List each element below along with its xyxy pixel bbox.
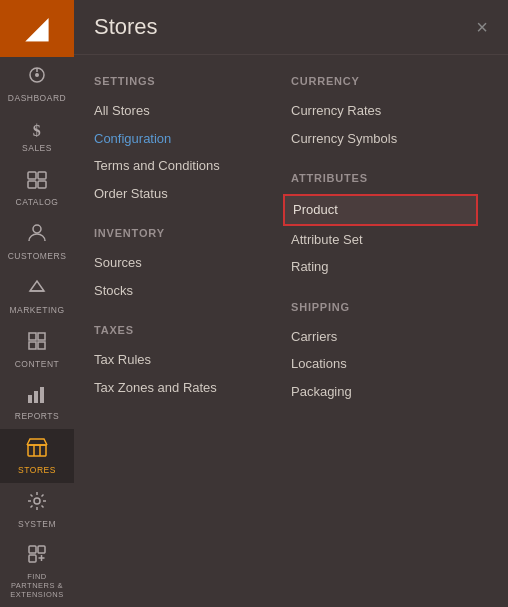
svg-rect-3 <box>28 172 36 179</box>
tax-rules-link[interactable]: Tax Rules <box>94 346 281 374</box>
currency-section: Currency Currency Rates Currency Symbols <box>291 75 478 152</box>
currency-section-title: Currency <box>291 75 478 87</box>
svg-point-21 <box>34 498 40 504</box>
sidebar-logo[interactable]: ◢ <box>0 0 74 57</box>
svg-rect-11 <box>38 333 45 340</box>
svg-rect-6 <box>38 181 46 188</box>
sidebar-item-marketing[interactable]: MARKETING <box>0 269 74 323</box>
sidebar-item-label-dashboard: DASHBOARD <box>8 93 66 103</box>
sidebar-item-label-system: SYSTEM <box>18 519 56 529</box>
svg-rect-22 <box>29 546 36 553</box>
taxes-section-title: Taxes <box>94 324 281 336</box>
svg-point-7 <box>33 225 41 233</box>
marketing-icon <box>27 277 47 302</box>
product-link[interactable]: Product <box>283 194 478 226</box>
sources-link[interactable]: Sources <box>94 249 281 277</box>
inventory-section-title: Inventory <box>94 227 281 239</box>
currency-rates-link[interactable]: Currency Rates <box>291 97 478 125</box>
attributes-section-title: Attributes <box>291 172 478 184</box>
panel-title: Stores <box>94 14 158 40</box>
tax-zones-link[interactable]: Tax Zones and Rates <box>94 374 281 402</box>
sidebar-item-label-customers: CUSTOMERS <box>8 251 67 261</box>
sidebar-item-system[interactable]: SYSTEM <box>0 483 74 537</box>
svg-rect-15 <box>34 391 38 403</box>
reports-icon <box>27 385 47 408</box>
sidebar-item-sales[interactable]: $ SALES <box>0 111 74 163</box>
svg-marker-8 <box>30 281 44 291</box>
all-stores-link[interactable]: All Stores <box>94 97 281 125</box>
settings-section-title: Settings <box>94 75 281 87</box>
settings-section: Settings All Stores Configuration Terms … <box>94 75 281 207</box>
sidebar-item-catalog[interactable]: CATALOG <box>0 163 74 215</box>
sidebar-item-find-partners[interactable]: FIND PARTNERS & EXTENSIONS <box>0 537 74 607</box>
sidebar-item-content[interactable]: CONTENT <box>0 323 74 377</box>
sidebar-item-label-sales: SALES <box>22 143 52 153</box>
attribute-set-link[interactable]: Attribute Set <box>291 226 478 254</box>
left-column: Settings All Stores Configuration Terms … <box>94 71 291 591</box>
stores-panel: Stores × Settings All Stores Configurati… <box>74 0 508 607</box>
sidebar: ◢ DASHBOARD $ SALES CATALOG <box>0 0 74 607</box>
catalog-icon <box>27 171 47 194</box>
sidebar-item-label-marketing: MARKETING <box>9 305 64 315</box>
taxes-section: Taxes Tax Rules Tax Zones and Rates <box>94 324 281 401</box>
right-column: Currency Currency Rates Currency Symbols… <box>291 71 488 591</box>
system-icon <box>27 491 47 516</box>
sidebar-item-customers[interactable]: CUSTOMERS <box>0 215 74 269</box>
locations-link[interactable]: Locations <box>291 350 478 378</box>
carriers-link[interactable]: Carriers <box>291 323 478 351</box>
rating-link[interactable]: Rating <box>291 253 478 281</box>
svg-rect-13 <box>38 342 45 349</box>
currency-symbols-link[interactable]: Currency Symbols <box>291 125 478 153</box>
svg-rect-16 <box>40 387 44 403</box>
customers-icon <box>27 223 47 248</box>
sidebar-item-label-stores: STORES <box>18 465 56 475</box>
sidebar-item-label-find-partners: FIND PARTNERS & EXTENSIONS <box>4 572 70 599</box>
svg-rect-10 <box>29 333 36 340</box>
sidebar-item-reports[interactable]: REPORTS <box>0 377 74 429</box>
svg-point-1 <box>35 73 39 77</box>
find-partners-icon <box>27 544 47 569</box>
sidebar-item-label-content: CONTENT <box>15 359 60 369</box>
svg-rect-24 <box>29 555 36 562</box>
svg-rect-23 <box>38 546 45 553</box>
shipping-section: Shipping Carriers Locations Packaging <box>291 301 478 406</box>
svg-rect-14 <box>28 395 32 403</box>
panel-content: Settings All Stores Configuration Terms … <box>74 55 508 607</box>
order-status-link[interactable]: Order Status <box>94 180 281 208</box>
svg-rect-17 <box>28 445 46 456</box>
sidebar-item-label-catalog: CATALOG <box>16 197 59 207</box>
packaging-link[interactable]: Packaging <box>291 378 478 406</box>
sales-icon: $ <box>33 122 42 140</box>
configuration-link[interactable]: Configuration <box>94 125 281 153</box>
sidebar-item-stores[interactable]: STORES <box>0 429 74 483</box>
panel-header: Stores × <box>74 0 508 55</box>
attributes-section: Attributes Product Attribute Set Rating <box>291 172 478 281</box>
sidebar-item-dashboard[interactable]: DASHBOARD <box>0 57 74 111</box>
close-button[interactable]: × <box>476 17 488 37</box>
terms-link[interactable]: Terms and Conditions <box>94 152 281 180</box>
stores-icon <box>26 437 48 462</box>
content-icon <box>27 331 47 356</box>
svg-rect-4 <box>38 172 46 179</box>
svg-rect-5 <box>28 181 36 188</box>
svg-rect-12 <box>29 342 36 349</box>
stocks-link[interactable]: Stocks <box>94 277 281 305</box>
magento-logo-icon: ◢ <box>26 12 48 45</box>
dashboard-icon <box>27 65 47 90</box>
sidebar-item-label-reports: REPORTS <box>15 411 59 421</box>
inventory-section: Inventory Sources Stocks <box>94 227 281 304</box>
shipping-section-title: Shipping <box>291 301 478 313</box>
